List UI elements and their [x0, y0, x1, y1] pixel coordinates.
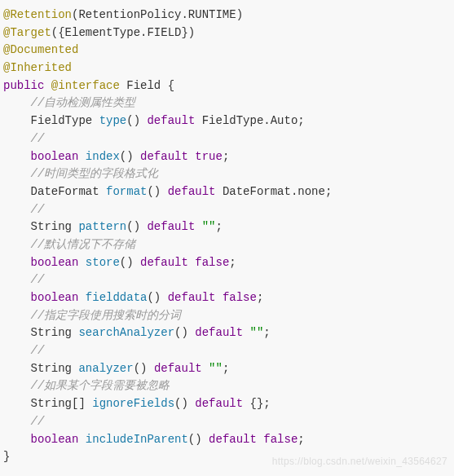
parens: () — [134, 362, 148, 375]
method-name: fielddata — [86, 291, 148, 304]
code-block: @Retention(RetentionPolicy.RUNTIME) @Tar… — [3, 7, 451, 466]
method-name: store — [86, 256, 120, 269]
parens: () — [174, 397, 188, 410]
semicolon: ; — [223, 362, 229, 375]
target-args: ({ElementType.FIELD}) — [51, 26, 195, 39]
parens: () — [126, 114, 140, 127]
return-type: boolean — [31, 433, 79, 446]
keyword-default: default — [168, 291, 216, 304]
semicolon: ; — [223, 150, 229, 163]
annotation-documented: @Documented — [3, 43, 78, 56]
open-brace: { — [161, 79, 174, 92]
return-type: String — [31, 326, 72, 339]
keyword-public: public — [3, 79, 44, 92]
method-name: searchAnalyzer — [78, 326, 174, 339]
semicolon: ; — [298, 433, 304, 446]
method-name: type — [99, 114, 127, 127]
default-value: {} — [250, 397, 264, 410]
comment-line: // — [31, 203, 45, 216]
return-type: boolean — [31, 150, 79, 163]
default-value: "" — [202, 220, 216, 233]
close-brace: } — [3, 450, 10, 463]
annotation-retention: @Retention — [3, 8, 72, 21]
default-value: true — [195, 150, 223, 163]
return-type: String[] — [31, 397, 86, 410]
method-name: analyzer — [78, 362, 133, 375]
comment-line: //如果某个字段需要被忽略 — [31, 379, 170, 392]
return-type: String — [31, 220, 72, 233]
default-value: DateFormat.none — [223, 185, 325, 198]
interface-name: Field — [126, 79, 161, 92]
default-value: "" — [250, 326, 264, 339]
semicolon: ; — [216, 220, 223, 233]
annotation-target: @Target — [3, 26, 51, 39]
method-name: ignoreFields — [92, 397, 174, 410]
comment-line: //时间类型的字段格式化 — [31, 167, 159, 180]
semicolon: ; — [229, 256, 236, 269]
keyword-default: default — [195, 397, 243, 410]
parens: () — [147, 185, 161, 198]
default-value: FieldType.Auto — [202, 114, 298, 127]
method-name: index — [86, 150, 120, 163]
keyword-default: default — [140, 150, 188, 163]
semicolon: ; — [263, 397, 270, 410]
default-value: false — [223, 291, 257, 304]
comment-line: //指定字段使用搜索时的分词 — [31, 309, 182, 322]
semicolon: ; — [298, 114, 304, 127]
annotation-inherited: @Inherited — [3, 61, 72, 74]
comment-line: // — [31, 344, 45, 357]
keyword-default: default — [168, 185, 216, 198]
keyword-default: default — [209, 433, 257, 446]
comment-line: // — [31, 273, 45, 286]
return-type: DateFormat — [31, 185, 99, 198]
method-name: includeInParent — [86, 433, 188, 446]
method-name: pattern — [78, 220, 126, 233]
retention-args: (RetentionPolicy.RUNTIME) — [72, 8, 243, 21]
comment-line: // — [31, 415, 45, 428]
parens: () — [126, 220, 140, 233]
parens: () — [120, 150, 134, 163]
keyword-default: default — [154, 362, 202, 375]
default-value: false — [195, 256, 229, 269]
comment-line: //自动检测属性类型 — [31, 96, 136, 109]
return-type: boolean — [31, 256, 79, 269]
parens: () — [120, 256, 134, 269]
semicolon: ; — [263, 326, 270, 339]
keyword-default: default — [147, 220, 195, 233]
parens: () — [147, 291, 161, 304]
default-value: "" — [209, 362, 223, 375]
return-type: boolean — [31, 291, 79, 304]
semicolon: ; — [325, 185, 332, 198]
return-type: FieldType — [31, 114, 93, 127]
keyword-interface: @interface — [51, 79, 120, 92]
method-name: format — [106, 185, 147, 198]
parens: () — [174, 326, 188, 339]
comment-line: // — [31, 132, 45, 145]
default-value: false — [263, 433, 298, 446]
keyword-default: default — [195, 326, 243, 339]
return-type: String — [31, 362, 72, 375]
keyword-default: default — [147, 114, 195, 127]
keyword-default: default — [140, 256, 188, 269]
parens: () — [188, 433, 202, 446]
semicolon: ; — [257, 291, 263, 304]
comment-line: //默认情况下不存储 — [31, 238, 136, 251]
